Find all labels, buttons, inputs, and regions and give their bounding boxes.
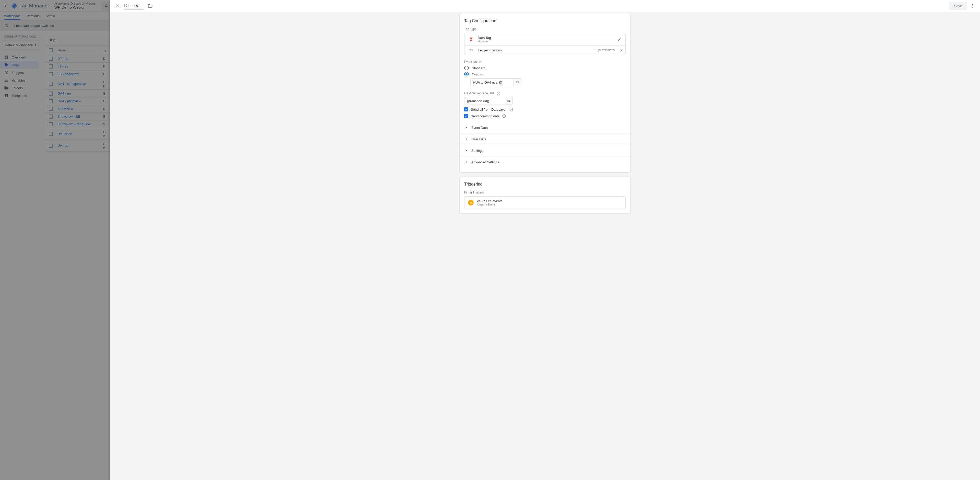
svg-rect-9 [516,83,517,83]
radio-custom[interactable]: Custom [464,72,626,77]
tag-type-row[interactable]: Data Tag stape-io [465,33,625,45]
help-icon[interactable]: ? [502,114,506,118]
svg-text:?: ? [511,108,512,111]
server-url-input[interactable] [464,97,505,105]
help-icon[interactable]: ? [509,108,513,112]
tag-type-vendor: stape-io [478,40,614,43]
server-url-label: GTM Server Side URL [464,91,495,95]
svg-rect-15 [508,101,509,102]
radio-label: Standard [472,66,485,70]
chevron-right-icon [464,148,468,153]
stape-icon [468,36,474,42]
radio-standard[interactable]: Standard [464,66,626,70]
expand-label: User Data [471,137,487,141]
expand-label: Settings [471,149,484,153]
svg-text:?: ? [504,115,504,117]
expand-event-data[interactable]: Event Data [460,122,630,133]
svg-rect-8 [518,81,519,82]
svg-text:?: ? [498,92,499,94]
card-title: Tag Configuration [464,19,626,23]
svg-point-5 [972,5,973,6]
svg-rect-14 [509,100,510,101]
checkbox-label: Send common data [471,114,500,118]
expand-settings[interactable]: Settings [460,145,630,154]
variable-picker-button[interactable] [514,78,522,86]
edit-icon[interactable] [617,37,622,41]
tag-permissions-row[interactable]: Tag permissions 10 permissions [465,45,625,55]
more-menu-button[interactable] [968,1,977,11]
permissions-label: Tag permissions [478,48,590,52]
svg-rect-10 [518,83,519,83]
checkbox-icon [464,107,468,112]
chevron-right-icon [464,137,468,141]
expand-label: Event Data [471,126,488,129]
chevron-right-icon [620,48,622,52]
checkbox-send-datalayer[interactable]: Send all from DataLayer ? [464,107,626,112]
svg-point-4 [972,4,973,5]
checkbox-icon [464,114,468,118]
checkbox-label: Send all from DataLayer [471,108,507,112]
key-icon [468,48,474,52]
checkbox-send-common[interactable]: Send common data ? [464,114,626,118]
radio-label: Custom [472,72,484,76]
tag-type-label: Tag Type [464,27,626,31]
event-name-input[interactable] [470,78,514,86]
tag-editor-slideover: Save Tag Configuration Tag Type Data Tag [110,0,980,154]
folder-icon[interactable] [148,3,153,8]
event-name-label: Event Name [464,60,626,64]
help-icon[interactable]: ? [496,91,500,95]
svg-rect-16 [509,101,510,102]
tag-name-input[interactable] [124,2,144,10]
tag-type-name: Data Tag [478,36,614,40]
tag-configuration-card: Tag Configuration Tag Type Data Tag stap… [459,14,630,154]
save-button[interactable]: Save [949,2,967,10]
svg-point-6 [972,6,973,7]
svg-rect-13 [508,100,509,101]
chevron-right-icon [464,126,468,129]
close-button[interactable] [113,1,122,11]
radio-icon [464,66,469,70]
svg-rect-7 [516,81,517,82]
variable-picker-button[interactable] [505,97,513,105]
permissions-count: 10 permissions [594,48,615,52]
radio-icon [464,72,469,77]
expand-user-data[interactable]: User Data [460,134,630,145]
